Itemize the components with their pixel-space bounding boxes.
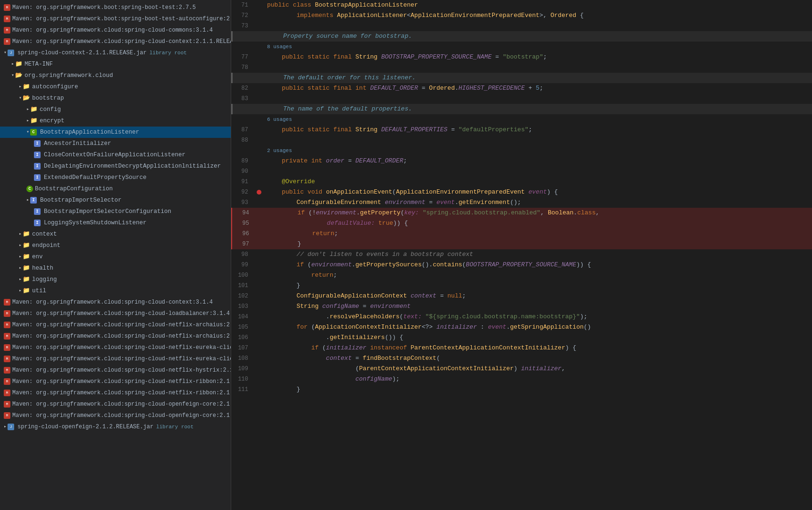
tree-item-bootstrap-configuration[interactable]: C BootstrapConfiguration bbox=[0, 183, 231, 195]
tree-item-maven-netflix-eureka-314[interactable]: M Maven: org.springframework.cloud:sprin… bbox=[0, 353, 231, 365]
chevron-icon bbox=[19, 230, 22, 239]
tree-item-logging-system-shutdown[interactable]: I LoggingSystemShutdownListener bbox=[0, 217, 231, 229]
interface-icon: I bbox=[34, 152, 41, 158]
tree-item-config[interactable]: 📁 config bbox=[0, 104, 231, 115]
maven-icon: M bbox=[4, 390, 10, 396]
line-number: 100 bbox=[231, 270, 255, 280]
line-number: 78 bbox=[231, 62, 255, 73]
tree-item-maven-netflix-ribbon-211[interactable]: M Maven: org.springframework.cloud:sprin… bbox=[0, 376, 231, 387]
code-area: 71 public class BootstrapApplicationList… bbox=[231, 0, 812, 404]
tree-item-label: spring-cloud-openfeign-2.1.2.RELEASE.jar bbox=[17, 422, 153, 432]
code-line-90: 90 bbox=[231, 166, 812, 177]
tree-item-label: BootstrapImportSelectorConfiguration bbox=[44, 207, 171, 216]
code-line-71: 71 public class BootstrapApplicationList… bbox=[231, 0, 812, 10]
tree-item-org-springframework-cloud[interactable]: 📂 org.springframework.cloud bbox=[0, 70, 231, 81]
line-content: } bbox=[264, 280, 812, 291]
tree-item-maven-loadbalancer[interactable]: M Maven: org.springframework.cloud:sprin… bbox=[0, 308, 231, 319]
tree-item-maven-netflix-eureka-211[interactable]: M Maven: org.springframework.cloud:sprin… bbox=[0, 342, 231, 353]
interface-icon: I bbox=[30, 197, 37, 204]
tree-item-util[interactable]: 📁 util bbox=[0, 285, 231, 297]
tree-item-maven-cloud-context-314[interactable]: M Maven: org.springframework.cloud:sprin… bbox=[0, 297, 231, 308]
tree-item-env[interactable]: 📁 env bbox=[0, 251, 231, 263]
tree-item-maven-boot-test[interactable]: M Maven: org.springframework.boot:spring… bbox=[0, 2, 231, 13]
line-number: 103 bbox=[231, 301, 255, 312]
tree-item-maven-netflix-hystrix[interactable]: M Maven: org.springframework.cloud:sprin… bbox=[0, 365, 231, 376]
tree-item-label: META-INF bbox=[25, 60, 53, 69]
tree-item-maven-openfeign-212[interactable]: M Maven: org.springframework.cloud:sprin… bbox=[0, 410, 231, 421]
tree-item-maven-netflix-archaius-211[interactable]: M Maven: org.springframework.cloud:sprin… bbox=[0, 319, 231, 331]
tree-item-encrypt[interactable]: 📁 encrypt bbox=[0, 115, 231, 127]
tree-item-bootstrap-import-selector-config[interactable]: I BootstrapImportSelectorConfiguration bbox=[0, 206, 231, 217]
jar-icon: J bbox=[8, 50, 14, 56]
folder-icon: 📁 bbox=[23, 230, 30, 239]
tree-item-ancestor-initializer[interactable]: I AncestorInitializer bbox=[0, 138, 231, 149]
line-content: String configName = environment bbox=[264, 301, 812, 312]
chevron-icon bbox=[19, 82, 22, 92]
chevron-icon bbox=[26, 105, 29, 114]
code-line-6usages: 6 usages bbox=[231, 114, 812, 125]
file-tree[interactable]: M Maven: org.springframework.boot:spring… bbox=[0, 0, 231, 510]
code-line-100: 100 return; bbox=[231, 270, 812, 280]
tree-item-logging[interactable]: 📁 logging bbox=[0, 274, 231, 285]
chevron-icon bbox=[19, 252, 22, 262]
doc-comment-line3: The name of the default properties. bbox=[231, 104, 812, 114]
folder-icon: 📁 bbox=[15, 60, 23, 69]
code-line-109: 109 (ParentContextApplicationContextInit… bbox=[231, 364, 812, 374]
tree-item-health[interactable]: 📁 health bbox=[0, 263, 231, 274]
tree-item-label: Maven: org.springframework.cloud:spring-… bbox=[12, 332, 231, 341]
line-number: 108 bbox=[231, 353, 255, 364]
tree-item-label: autoconfigure bbox=[32, 82, 78, 92]
tree-item-label: logging bbox=[32, 275, 57, 284]
tree-item-maven-netflix-archaius-212[interactable]: M Maven: org.springframework.cloud:sprin… bbox=[0, 331, 231, 342]
code-line-2usages: 2 usages bbox=[231, 145, 812, 156]
code-line-107: 107 if (initializer instanceof ParentCon… bbox=[231, 343, 812, 353]
tree-item-bootstrap[interactable]: 📂 bootstrap bbox=[0, 93, 231, 104]
interface-icon: I bbox=[34, 163, 41, 170]
tree-item-label: env bbox=[32, 252, 43, 262]
maven-icon: M bbox=[4, 344, 10, 351]
maven-icon: M bbox=[4, 378, 10, 385]
tree-item-label: org.springframework.cloud bbox=[25, 71, 113, 80]
code-line-93: 93 ConfigurableEnvironment environment =… bbox=[231, 197, 812, 208]
line-content: ConfigurableApplicationContext context =… bbox=[264, 291, 812, 301]
line-content: ConfigurableEnvironment environment = ev… bbox=[264, 197, 812, 208]
tree-item-bootstrap-import-selector[interactable]: I BootstrapImportSelector bbox=[0, 195, 231, 206]
code-line-91: 91 @Override bbox=[231, 177, 812, 187]
tree-item-jar-openfeign[interactable]: J spring-cloud-openfeign-2.1.2.RELEASE.j… bbox=[0, 421, 231, 433]
tree-item-label: util bbox=[32, 286, 46, 296]
tree-item-label: Maven: org.springframework.cloud:spring-… bbox=[12, 26, 213, 35]
line-number: 106 bbox=[231, 332, 255, 343]
tree-item-maven-cloud-context-211[interactable]: M Maven: org.springframework.cloud:sprin… bbox=[0, 36, 231, 47]
tree-item-delegating-decrypt[interactable]: I DelegatingEnvironmentDecryptApplicatio… bbox=[0, 161, 231, 172]
maven-icon: M bbox=[4, 310, 10, 317]
tree-item-maven-openfeign-211[interactable]: M Maven: org.springframework.cloud:sprin… bbox=[0, 399, 231, 410]
tree-item-endpoint[interactable]: 📁 endpoint bbox=[0, 240, 231, 251]
tree-item-bootstrap-application-listener[interactable]: C BootstrapApplicationListener bbox=[0, 127, 231, 138]
line-content: private int order = DEFAULT_ORDER; bbox=[264, 156, 812, 166]
line-content: defaultValue: true)) { bbox=[265, 218, 812, 229]
line-number: 83 bbox=[231, 94, 255, 104]
tree-item-maven-boot-test-auto[interactable]: M Maven: org.springframework.boot:spring… bbox=[0, 13, 231, 25]
line-content: public static final int DEFAULT_ORDER = … bbox=[264, 83, 812, 94]
tree-item-label: Maven: org.springframework.boot:spring-b… bbox=[12, 3, 196, 12]
code-editor: 71 public class BootstrapApplicationList… bbox=[231, 0, 812, 510]
code-line-89: 89 private int order = DEFAULT_ORDER; bbox=[231, 156, 812, 166]
line-number: 77 bbox=[231, 52, 255, 62]
tree-item-jar-cloud-context[interactable]: J spring-cloud-context-2.1.1.RELEASE.jar… bbox=[0, 47, 231, 59]
folder-icon: 📁 bbox=[23, 286, 30, 296]
tree-item-maven-netflix-ribbon-212[interactable]: M Maven: org.springframework.cloud:sprin… bbox=[0, 387, 231, 399]
tree-item-context[interactable]: 📁 context bbox=[0, 229, 231, 240]
maven-icon: M bbox=[4, 299, 10, 306]
line-content: 6 usages bbox=[264, 114, 812, 125]
tree-item-close-context[interactable]: I CloseContextOnFailureApplicationListen… bbox=[0, 149, 231, 161]
code-line-106: 106 .getInitializers()) { bbox=[231, 332, 812, 343]
tree-item-meta-inf[interactable]: 📁 META-INF bbox=[0, 59, 231, 70]
tree-item-maven-cloud-commons[interactable]: M Maven: org.springframework.cloud:sprin… bbox=[0, 25, 231, 36]
maven-icon: M bbox=[4, 333, 10, 340]
tree-item-autoconfigure[interactable]: 📁 autoconfigure bbox=[0, 81, 231, 93]
line-content: if (!environment.getProperty(key: "sprin… bbox=[265, 208, 812, 218]
interface-icon: I bbox=[34, 208, 41, 215]
line-content: public void onApplicationEvent(Applicati… bbox=[264, 187, 812, 197]
tree-item-label: Maven: org.springframework.cloud:spring-… bbox=[12, 343, 231, 352]
tree-item-extended-default[interactable]: I ExtendedDefaultPropertySource bbox=[0, 172, 231, 183]
